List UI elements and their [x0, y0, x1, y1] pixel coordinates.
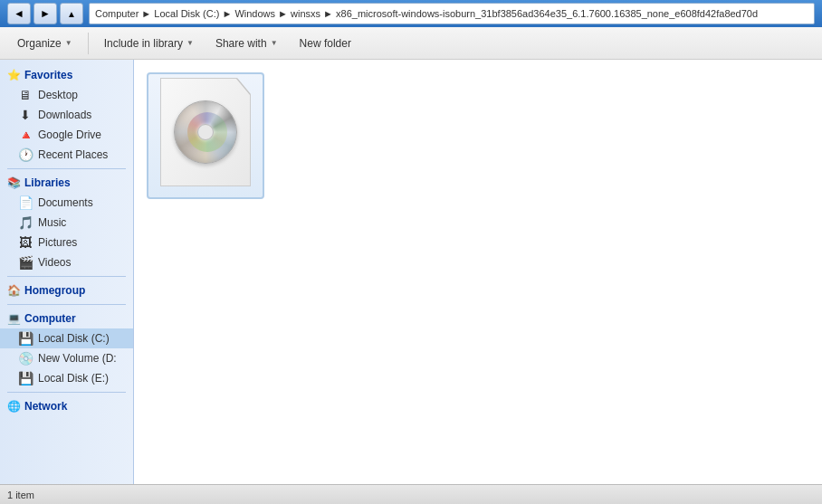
- network-icon: 🌐: [7, 400, 21, 413]
- pictures-icon: 🖼: [18, 235, 33, 250]
- videos-label: Videos: [38, 256, 71, 269]
- toolbar-separator-1: [88, 33, 89, 54]
- organize-label: Organize: [17, 37, 62, 50]
- organize-dropdown-arrow: ▼: [65, 39, 72, 47]
- homegroup-icon: 🏠: [7, 284, 21, 297]
- include-dropdown-arrow: ▼: [186, 39, 194, 47]
- include-library-button[interactable]: Include in library ▼: [94, 31, 204, 56]
- libraries-header[interactable]: 📚 Libraries: [0, 173, 133, 193]
- documents-icon: 📄: [18, 195, 33, 210]
- favorites-star-icon: ⭐: [7, 69, 21, 81]
- favorites-section: ⭐ Favorites 🖥 Desktop ⬇ Downloads 🔺 Goog…: [0, 65, 133, 165]
- network-section: 🌐 Network: [0, 396, 133, 416]
- new-volume-d-icon: 💿: [18, 351, 33, 366]
- share-dropdown-arrow: ▼: [271, 39, 278, 47]
- new-folder-label: New folder: [300, 37, 351, 50]
- pictures-label: Pictures: [38, 236, 77, 249]
- sidebar-item-documents[interactable]: 📄 Documents: [0, 193, 133, 213]
- libraries-icon: 📚: [7, 176, 21, 189]
- sidebar-item-local-disk-e[interactable]: 💾 Local Disk (E:): [0, 368, 133, 388]
- status-bar: 1 item: [0, 484, 822, 504]
- local-disk-c-icon: 💾: [18, 331, 33, 346]
- path-text: Computer ► Local Disk (C:) ► Windows ► w…: [95, 8, 758, 19]
- recent-places-label: Recent Places: [38, 148, 108, 161]
- include-library-label: Include in library: [104, 37, 183, 50]
- music-label: Music: [38, 216, 66, 229]
- cd-disk-icon: [174, 100, 237, 164]
- window-controls: ◄ ► ▲: [7, 3, 83, 24]
- sidebar-item-google-drive[interactable]: 🔺 Google Drive: [0, 125, 133, 145]
- toolbar: Organize ▼ Include in library ▼ Share wi…: [0, 27, 822, 60]
- file-icon-container: [156, 78, 255, 186]
- computer-label: Computer: [24, 312, 76, 325]
- iso-file-icon: [160, 78, 251, 186]
- share-with-label: Share with: [215, 37, 267, 50]
- documents-label: Documents: [38, 196, 93, 209]
- address-path[interactable]: Computer ► Local Disk (C:) ► Windows ► w…: [89, 3, 815, 24]
- sidebar-item-new-volume-d[interactable]: 💿 New Volume (D:: [0, 348, 133, 368]
- local-disk-e-label: Local Disk (E:): [38, 372, 109, 385]
- local-disk-e-icon: 💾: [18, 371, 33, 385]
- cd-rainbow-sheen: [187, 112, 227, 152]
- libraries-label: Libraries: [24, 176, 71, 189]
- organize-button[interactable]: Organize ▼: [7, 31, 82, 56]
- main-area: ⭐ Favorites 🖥 Desktop ⬇ Downloads 🔺 Goog…: [0, 60, 822, 484]
- divider-2: [7, 276, 126, 277]
- downloads-icon: ⬇: [18, 108, 33, 122]
- desktop-label: Desktop: [38, 89, 78, 101]
- file-item-isoburn[interactable]: isoburn: [147, 72, 264, 199]
- recent-places-icon: 🕐: [18, 147, 33, 162]
- homegroup-section: 🏠 Homegroup: [0, 281, 133, 300]
- sidebar: ⭐ Favorites 🖥 Desktop ⬇ Downloads 🔺 Goog…: [0, 60, 134, 484]
- videos-icon: 🎬: [18, 255, 33, 270]
- music-icon: 🎵: [18, 215, 33, 230]
- forward-button[interactable]: ►: [33, 3, 57, 24]
- computer-section: 💻 Computer 💾 Local Disk (C:) 💿 New Volum…: [0, 309, 133, 388]
- downloads-label: Downloads: [38, 109, 91, 121]
- desktop-icon: 🖥: [18, 88, 33, 102]
- sidebar-item-downloads[interactable]: ⬇ Downloads: [0, 105, 133, 125]
- divider-4: [7, 392, 126, 393]
- favorites-header[interactable]: ⭐ Favorites: [0, 65, 133, 85]
- local-disk-c-label: Local Disk (C:): [38, 332, 110, 345]
- new-folder-button[interactable]: New folder: [290, 31, 361, 56]
- back-button[interactable]: ◄: [7, 3, 31, 24]
- network-label: Network: [24, 400, 67, 413]
- divider-1: [7, 168, 126, 169]
- sidebar-item-music[interactable]: 🎵 Music: [0, 213, 133, 233]
- file-area: isoburn: [134, 60, 822, 484]
- new-volume-d-label: New Volume (D:: [38, 352, 117, 365]
- homegroup-label: Homegroup: [24, 284, 85, 297]
- sidebar-item-local-disk-c[interactable]: 💾 Local Disk (C:): [0, 328, 133, 348]
- title-bar: ◄ ► ▲ Computer ► Local Disk (C:) ► Windo…: [0, 0, 822, 27]
- homegroup-header[interactable]: 🏠 Homegroup: [0, 281, 133, 300]
- sidebar-item-pictures[interactable]: 🖼 Pictures: [0, 233, 133, 252]
- computer-icon: 💻: [7, 312, 21, 325]
- google-drive-icon: 🔺: [18, 128, 33, 142]
- favorites-label: Favorites: [24, 69, 72, 81]
- sidebar-item-recent-places[interactable]: 🕐 Recent Places: [0, 145, 133, 165]
- divider-3: [7, 304, 126, 305]
- sidebar-item-desktop[interactable]: 🖥 Desktop: [0, 85, 133, 105]
- computer-header[interactable]: 💻 Computer: [0, 309, 133, 328]
- google-drive-label: Google Drive: [38, 128, 101, 141]
- sidebar-item-videos[interactable]: 🎬 Videos: [0, 252, 133, 272]
- network-header[interactable]: 🌐 Network: [0, 396, 133, 416]
- libraries-section: 📚 Libraries 📄 Documents 🎵 Music 🖼 Pictur…: [0, 173, 133, 272]
- share-with-button[interactable]: Share with ▼: [206, 31, 288, 56]
- status-text: 1 item: [7, 490, 34, 500]
- up-button[interactable]: ▲: [60, 3, 83, 24]
- file-grid: isoburn: [143, 69, 813, 203]
